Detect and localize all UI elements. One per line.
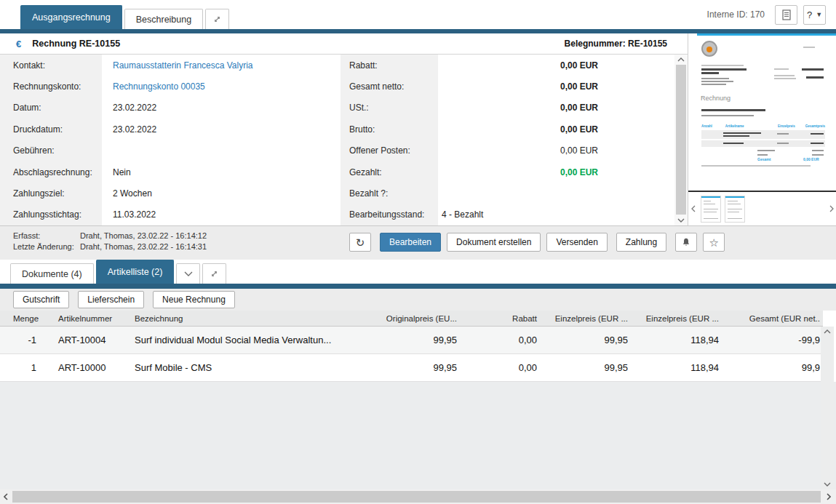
preview-doc-heading: Rechnung bbox=[701, 95, 730, 102]
gesamt-netto-value: 0,00 EUR bbox=[438, 81, 674, 92]
abschlagsrechnung-value: Nein bbox=[102, 167, 341, 177]
field-row: Rabatt:0,00 EUR bbox=[341, 55, 674, 76]
strip-left-icon[interactable] bbox=[689, 204, 698, 214]
table-empty-area bbox=[0, 382, 836, 489]
fields-right-column: Rabatt:0,00 EUR Gesamt netto:0,00 EUR US… bbox=[341, 55, 674, 225]
star-icon: ☆ bbox=[709, 237, 718, 248]
favorite-button[interactable]: ☆ bbox=[703, 233, 725, 252]
ust-value: 0,00 EUR bbox=[438, 103, 674, 113]
scroll-left-icon[interactable] bbox=[0, 489, 12, 504]
scroll-down-icon[interactable] bbox=[674, 215, 688, 225]
field-row: Brutto:0,00 EUR bbox=[341, 119, 674, 140]
scrollbar-thumb[interactable] bbox=[676, 65, 686, 215]
lower-tab-bar: Dokumente (4) Artikelliste (2) bbox=[0, 260, 836, 284]
column-header[interactable]: Artikelnummer bbox=[44, 311, 124, 326]
horizontal-scrollbar[interactable] bbox=[0, 489, 836, 504]
kontakt-link[interactable]: Raumausstatterin Francesca Valyria bbox=[102, 60, 341, 71]
brutto-value: 0,00 EUR bbox=[438, 124, 674, 135]
create-document-button[interactable]: Dokument erstellen bbox=[447, 233, 541, 252]
page-thumbnail[interactable] bbox=[701, 196, 721, 223]
tab-dokumente[interactable]: Dokumente (4) bbox=[10, 263, 94, 284]
tab-expand-button[interactable] bbox=[202, 263, 226, 284]
tab-ausgangsrechnung[interactable]: Ausgangsrechnung bbox=[20, 5, 122, 29]
modified-value: Draht, Thomas, 23.02.22 - 16:14:31 bbox=[80, 241, 207, 252]
company-logo bbox=[701, 41, 717, 57]
preview-total-label: Gesamt bbox=[757, 157, 771, 161]
column-header[interactable]: Menge bbox=[0, 311, 44, 326]
field-row: Datum:23.02.2022 bbox=[0, 97, 341, 119]
field-row: Abschlagsrechnung:Nein bbox=[0, 161, 341, 183]
document-icon bbox=[781, 9, 792, 20]
column-header[interactable]: Einzelpreis (EUR ... bbox=[637, 311, 728, 326]
offener-posten-value: 0,00 EUR bbox=[438, 145, 674, 156]
section-divider bbox=[0, 284, 836, 289]
page-thumbnail[interactable] bbox=[725, 196, 745, 223]
tab-expand-button[interactable] bbox=[205, 9, 229, 29]
created-label: Erfasst: bbox=[13, 231, 80, 241]
column-header[interactable]: Originalpreis (EU... bbox=[364, 311, 466, 326]
bell-icon bbox=[681, 237, 691, 247]
edit-button[interactable]: Bearbeiten bbox=[380, 233, 441, 252]
lieferschein-button[interactable]: Lieferschein bbox=[78, 291, 144, 308]
field-row: Bearbeitungsstand:4 - Bezahlt bbox=[341, 204, 674, 225]
help-question-label: ? bbox=[807, 9, 812, 20]
table-row[interactable]: 1 ART-10000 Surf Mobile - CMS 99,95 0,00… bbox=[0, 354, 823, 382]
tab-beschreibung[interactable]: Beschreibung bbox=[124, 9, 203, 29]
preview-table-header: Anzahl Artikelname Einzelpreis Gesamtpre… bbox=[701, 124, 825, 128]
column-header[interactable]: Gesamt (EUR net.. bbox=[728, 311, 823, 326]
tab-artikelliste[interactable]: Artikelliste (2) bbox=[96, 260, 175, 284]
reminder-button[interactable] bbox=[675, 233, 697, 252]
field-row: Gezahlt:0,00 EUR bbox=[341, 161, 674, 183]
expand-icon bbox=[210, 269, 219, 279]
column-header[interactable]: Einzelpreis (EUR ... bbox=[546, 311, 637, 326]
preview-table-row bbox=[701, 140, 825, 147]
list-toolbar: Gutschrift Lieferschein Neue Rechnung bbox=[0, 289, 836, 311]
article-table-header: Menge Artikelnummer Bezeichnung Original… bbox=[0, 311, 823, 327]
neue-rechnung-button[interactable]: Neue Rechnung bbox=[153, 291, 235, 308]
field-row: Gesamt netto:0,00 EUR bbox=[341, 76, 674, 97]
help-button[interactable]: ? ▼ bbox=[803, 5, 826, 25]
table-vertical-scrollbar[interactable] bbox=[821, 327, 834, 489]
panel-vertical-scrollbar[interactable] bbox=[674, 55, 688, 225]
rabatt-value: 0,00 EUR bbox=[438, 60, 674, 71]
datum-value: 23.02.2022 bbox=[102, 103, 341, 113]
fields-left-column: Kontakt:Raumausstatterin Francesca Valyr… bbox=[0, 55, 341, 225]
refresh-icon: ↻ bbox=[356, 237, 365, 248]
field-row: Gebühren: bbox=[0, 140, 341, 161]
field-row: Bezahlt ?: bbox=[341, 183, 674, 204]
scroll-right-icon[interactable] bbox=[823, 489, 835, 504]
document-note-button[interactable] bbox=[775, 5, 797, 25]
expand-icon bbox=[212, 15, 222, 24]
bearbeitungsstand-value: 4 - Bezahlt bbox=[438, 209, 674, 220]
refresh-button[interactable]: ↻ bbox=[349, 233, 371, 252]
action-buttons: ↻ Bearbeiten Dokument erstellen Versende… bbox=[349, 233, 725, 252]
rechnungskonto-link[interactable]: Rechnungskonto 00035 bbox=[102, 81, 341, 92]
field-row: Kontakt:Raumausstatterin Francesca Valyr… bbox=[0, 55, 341, 76]
created-value: Draht, Thomas, 23.02.22 - 16:14:12 bbox=[80, 231, 207, 241]
field-row: USt.:0,00 EUR bbox=[341, 97, 674, 119]
field-row: Zahlungsziel:2 Wochen bbox=[0, 183, 341, 204]
scroll-up-icon[interactable] bbox=[674, 55, 688, 65]
interne-id-label: Interne ID: 170 bbox=[707, 9, 765, 20]
strip-right-icon[interactable] bbox=[827, 204, 836, 214]
field-row: Zahlungsstichtag:11.03.2022 bbox=[0, 204, 341, 225]
gutschrift-button[interactable]: Gutschrift bbox=[13, 291, 69, 308]
table-row[interactable]: -1 ART-10004 Surf individual Modul Socia… bbox=[0, 327, 823, 354]
zahlungsstichtag-value: 11.03.2022 bbox=[102, 209, 341, 220]
tab-dropdown-button[interactable] bbox=[176, 263, 200, 284]
scroll-up-icon[interactable] bbox=[821, 327, 834, 337]
modified-label: Letzte Änderung: bbox=[13, 241, 80, 252]
gezahlt-value: 0,00 EUR bbox=[438, 167, 674, 177]
scroll-down-icon[interactable] bbox=[821, 479, 834, 489]
column-header[interactable]: Bezeichnung bbox=[124, 311, 364, 326]
caret-down-icon: ▼ bbox=[816, 11, 822, 18]
payment-button[interactable]: Zahlung bbox=[616, 233, 666, 252]
druckdatum-value: 23.02.2022 bbox=[102, 124, 341, 135]
preview-total-value: 0,00 EUR bbox=[803, 157, 819, 161]
application-window: Ausgangsrechnung Beschreibung Interne ID… bbox=[0, 0, 836, 504]
send-button[interactable]: Versenden bbox=[546, 233, 607, 252]
preview-thumbnail-strip bbox=[688, 192, 836, 225]
scrollbar-thumb[interactable] bbox=[12, 491, 821, 503]
column-header[interactable]: Rabatt bbox=[466, 311, 546, 326]
invoice-preview-page[interactable]: Rechnung Anzahl Artikelname Einzelpreis … bbox=[688, 33, 836, 192]
